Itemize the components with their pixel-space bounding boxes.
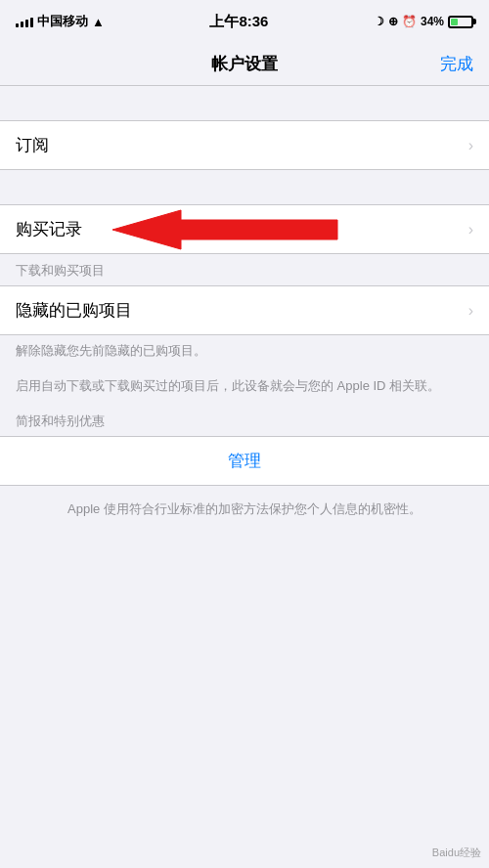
moon-icon: ☽ xyxy=(374,15,384,28)
alarm-icon: ⏰ xyxy=(402,15,417,28)
battery-percent: 34% xyxy=(421,15,444,28)
hidden-purchases-section: 隐藏的已购项目 › xyxy=(0,285,489,335)
top-divider xyxy=(0,86,489,120)
status-left: 中国移动 ▲ xyxy=(16,13,105,30)
subscriptions-chevron: › xyxy=(468,137,473,154)
navigation-bar: 帐户设置 完成 xyxy=(0,43,489,86)
purchase-history-item[interactable]: 购买记录 › xyxy=(0,205,489,253)
purchase-history-label: 购买记录 xyxy=(16,218,82,240)
signal-icon xyxy=(16,16,33,27)
done-button[interactable]: 完成 xyxy=(440,53,473,75)
carrier-label: 中国移动 xyxy=(37,13,88,30)
management-button[interactable]: 管理 xyxy=(228,452,261,470)
middle-divider-1 xyxy=(0,170,489,204)
wifi-icon: ▲ xyxy=(92,15,105,29)
subscriptions-section: 订阅 › xyxy=(0,120,489,170)
purchase-section: 购买记录 › xyxy=(0,204,489,254)
newsletter-label: 简报和特别优惠 xyxy=(0,405,489,436)
purchase-chevron: › xyxy=(468,221,473,239)
subscriptions-item[interactable]: 订阅 › xyxy=(0,121,489,169)
auto-download-note: 启用自动下载或下载购买过的项目后，此设备就会与您的 Apple ID 相关联。 xyxy=(0,370,489,406)
page-title: 帐户设置 xyxy=(211,53,278,75)
lock-icon: ⊕ xyxy=(388,15,398,28)
status-time: 上午8:36 xyxy=(209,13,268,31)
purchase-area: 购买记录 › xyxy=(0,204,489,254)
hidden-purchases-chevron: › xyxy=(468,302,473,320)
hidden-purchases-label: 隐藏的已购项目 xyxy=(16,299,132,322)
watermark: Baidu经验 xyxy=(432,846,481,860)
management-section: 管理 xyxy=(0,436,489,486)
subscriptions-label: 订阅 xyxy=(16,134,49,156)
hidden-subtitle: 解除隐藏您先前隐藏的已购项目。 xyxy=(0,335,489,370)
hidden-purchases-item[interactable]: 隐藏的已购项目 › xyxy=(0,286,489,334)
battery-icon xyxy=(448,16,473,28)
download-purchase-label: 下载和购买项目 xyxy=(0,254,489,285)
status-right: ☽ ⊕ ⏰ 34% xyxy=(374,15,473,28)
footer-text: Apple 使用符合行业标准的加密方法保护您个人信息的机密性。 xyxy=(0,486,489,533)
status-bar: 中国移动 ▲ 上午8:36 ☽ ⊕ ⏰ 34% xyxy=(0,0,489,43)
